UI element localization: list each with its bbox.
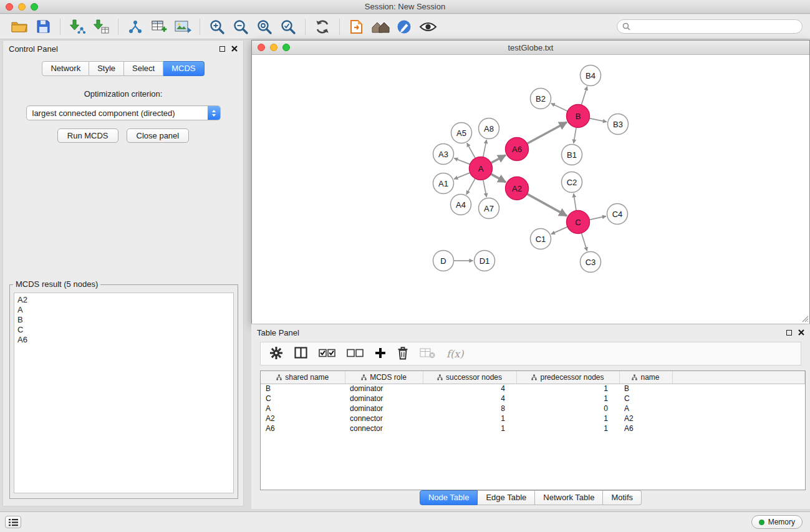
edge-A-A8[interactable] xyxy=(483,140,487,157)
table-cell[interactable]: A6 xyxy=(619,423,672,433)
minimize-window-button[interactable] xyxy=(18,3,26,11)
column-header-MCDS-role[interactable]: MCDS role xyxy=(345,371,423,384)
close-window-button[interactable] xyxy=(6,3,13,11)
table-cell[interactable]: A6 xyxy=(261,423,345,433)
table-cell[interactable]: dominator xyxy=(345,404,423,414)
deselect-all-button[interactable] xyxy=(347,348,364,360)
edge-B-B1[interactable] xyxy=(574,127,576,143)
table-cell[interactable]: A2 xyxy=(261,414,345,423)
table-cell[interactable]: 1 xyxy=(516,384,619,394)
node-D1[interactable]: D1 xyxy=(475,251,495,271)
tab-network-table[interactable]: Network Table xyxy=(535,490,603,505)
table-row[interactable]: Cdominator41C xyxy=(261,394,805,404)
node-B2[interactable]: B2 xyxy=(531,89,551,109)
table-cell[interactable]: C xyxy=(619,394,672,404)
table-cell[interactable]: 1 xyxy=(516,394,619,404)
node-A1[interactable]: A1 xyxy=(433,173,454,194)
table-row[interactable]: A2connector11A2 xyxy=(261,414,805,423)
node-D[interactable]: D xyxy=(433,251,454,271)
node-A4[interactable]: A4 xyxy=(451,195,471,215)
export-image-button[interactable] xyxy=(172,17,193,37)
node-C[interactable]: C xyxy=(567,211,590,234)
delete-column-button[interactable] xyxy=(420,347,435,360)
style-button[interactable] xyxy=(393,17,415,37)
tab-node-table[interactable]: Node Table xyxy=(420,490,478,505)
table-cell[interactable]: 4 xyxy=(423,394,516,404)
node-A3[interactable]: A3 xyxy=(433,144,454,165)
optimization-criterion-dropdown[interactable]: largest connected component (directed) xyxy=(26,105,221,120)
table-cell[interactable]: 1 xyxy=(516,423,619,433)
network-graph[interactable]: B4B2BB3A5A8A6A3B1AA1C2A2A4A7C4CC1DD1C3 xyxy=(252,56,809,324)
new-network-button[interactable] xyxy=(125,17,146,37)
edge-C-C4[interactable] xyxy=(589,216,606,220)
edge-A-A7[interactable] xyxy=(483,180,487,197)
close-network-window-button[interactable] xyxy=(258,44,265,51)
float-panel-icon[interactable] xyxy=(786,330,792,336)
table-cell[interactable]: B xyxy=(261,384,345,394)
resize-grip-icon[interactable] xyxy=(801,315,809,322)
node-C4[interactable]: C4 xyxy=(607,204,628,225)
table-cell[interactable]: connector xyxy=(345,414,423,423)
first-neighbors-button[interactable] xyxy=(346,17,367,37)
table-cell[interactable]: 1 xyxy=(423,423,516,433)
edge-A-A1[interactable] xyxy=(454,173,470,179)
column-header-name[interactable]: name xyxy=(619,371,672,384)
select-all-button[interactable] xyxy=(319,348,335,360)
table-cell[interactable]: 1 xyxy=(516,414,619,423)
table-cell[interactable]: B xyxy=(619,384,672,394)
memory-button[interactable]: Memory xyxy=(751,515,803,529)
function-builder-button[interactable]: f(x) xyxy=(446,348,463,360)
save-session-button[interactable] xyxy=(32,17,54,37)
node-B4[interactable]: B4 xyxy=(581,65,601,86)
task-history-button[interactable] xyxy=(5,516,21,528)
edge-A-A6[interactable] xyxy=(491,155,506,163)
node-B1[interactable]: B1 xyxy=(562,145,582,165)
edge-A-A4[interactable] xyxy=(466,178,475,195)
table-cell[interactable]: A xyxy=(261,404,345,414)
open-session-button[interactable] xyxy=(9,17,30,37)
table-cell[interactable]: 8 xyxy=(423,404,516,414)
table-cell[interactable]: dominator xyxy=(345,384,423,394)
node-C1[interactable]: C1 xyxy=(531,229,551,249)
zoom-fit-button[interactable] xyxy=(254,17,275,37)
table-cell[interactable]: 1 xyxy=(423,414,516,423)
import-network-button[interactable] xyxy=(67,17,88,37)
add-row-button[interactable] xyxy=(375,347,386,360)
table-settings-button[interactable] xyxy=(269,346,283,362)
table-row[interactable]: Adominator80A xyxy=(261,404,805,414)
edge-A-A5[interactable] xyxy=(467,143,475,158)
node-table[interactable]: shared nameMCDS rolesuccessor nodesprede… xyxy=(260,370,806,490)
zoom-out-button[interactable] xyxy=(230,17,251,37)
maximize-network-window-button[interactable] xyxy=(282,44,290,51)
edge-A-A2[interactable] xyxy=(491,174,506,182)
edge-C-C3[interactable] xyxy=(582,233,587,251)
edge-B-B3[interactable] xyxy=(589,118,607,122)
edge-A2-C[interactable] xyxy=(527,194,567,216)
close-panel-button[interactable]: Close panel xyxy=(127,128,190,143)
edge-A6-B[interactable] xyxy=(527,122,567,143)
table-cell[interactable]: connector xyxy=(345,423,423,433)
edge-B-B2[interactable] xyxy=(551,104,567,111)
column-header-successor-nodes[interactable]: successor nodes xyxy=(423,371,516,384)
edge-C-C1[interactable] xyxy=(551,227,567,235)
tab-mcds[interactable]: MCDS xyxy=(163,61,204,76)
mcds-result-list[interactable]: A2ABCA6 xyxy=(14,293,234,493)
column-header-predecessor-nodes[interactable]: predecessor nodes xyxy=(516,371,619,384)
close-panel-icon[interactable] xyxy=(231,46,238,52)
table-cell[interactable]: 4 xyxy=(423,384,516,394)
tab-motifs[interactable]: Motifs xyxy=(603,490,642,505)
mcds-result-item[interactable]: A xyxy=(17,305,230,315)
float-panel-icon[interactable] xyxy=(219,46,225,52)
table-row[interactable]: Bdominator41B xyxy=(261,384,805,394)
run-mcds-button[interactable]: Run MCDS xyxy=(57,128,118,143)
node-A2[interactable]: A2 xyxy=(506,177,529,200)
network-canvas[interactable]: B4B2BB3A5A8A6A3B1AA1C2A2A4A7C4CC1DD1C3 xyxy=(252,56,809,324)
new-table-button[interactable] xyxy=(148,17,170,37)
table-cell[interactable]: dominator xyxy=(345,394,423,404)
show-columns-button[interactable] xyxy=(294,347,307,360)
minimize-network-window-button[interactable] xyxy=(270,44,277,51)
apply-layout-button[interactable] xyxy=(312,17,333,37)
table-cell[interactable]: C xyxy=(261,394,345,404)
table-cell[interactable]: A2 xyxy=(619,414,672,423)
column-header-shared-name[interactable]: shared name xyxy=(261,371,345,384)
